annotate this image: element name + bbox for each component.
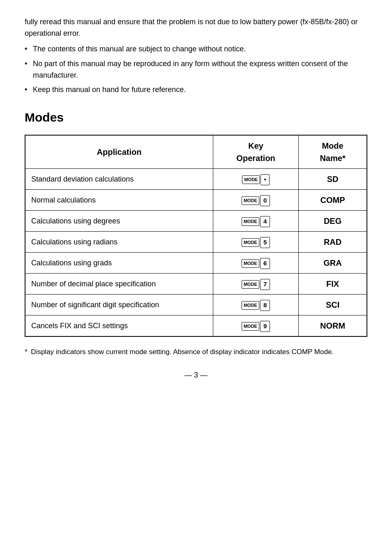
cell-application: Standard deviation calculations [25,169,213,190]
intro-paragraph: fully reread this manual and ensure that… [25,16,367,39]
number-key: 6 [260,258,270,269]
key-button-group: MODE6 [242,258,270,269]
cell-key-operation: MODE8 [213,295,299,315]
header-key-operation: KeyOperation [213,135,299,169]
cell-mode-name: GRA [299,253,367,274]
bullet-list: The contents of this manual are subject … [25,44,367,96]
cell-key-operation: MODE0 [213,190,299,211]
key-button-group: MODE7 [242,279,270,290]
number-key: 8 [260,300,270,311]
footnote: * Display indicators show current mode s… [25,347,367,357]
section-title: Modes [25,108,367,127]
key-button-group: MODE0 [242,195,270,206]
cell-application: Calculations using grads [25,253,213,274]
bullet-item-2: No part of this manual may be reproduced… [25,58,367,81]
cell-mode-name: NORM [299,315,367,337]
table-row: Calculations using radiansMODE5RAD [25,232,367,253]
number-key: 7 [260,279,270,290]
bullet-item-1: The contents of this manual are subject … [25,44,367,55]
cell-application: Calculations using degrees [25,211,213,232]
cell-mode-name: SD [299,169,367,190]
cell-application: Normal calculations [25,190,213,211]
table-row: Calculations using degreesMODE4DEG [25,211,367,232]
cell-key-operation: MODE6 [213,253,299,274]
cell-mode-name: DEG [299,211,367,232]
table-row: Number of significant digit specificatio… [25,295,367,315]
mode-key: MODE [242,217,259,226]
cell-mode-name: FIX [299,274,367,295]
cell-mode-name: RAD [299,232,367,253]
number-key: 5 [260,237,270,248]
cell-application: Calculations using radians [25,232,213,253]
cell-application: Cancels FIX and SCI settings [25,315,213,337]
modes-table: Application KeyOperation ModeName* Stand… [25,135,367,337]
cell-application: Number of decimal place specification [25,274,213,295]
footnote-text: Display indicators show current mode set… [31,348,334,356]
header-mode-name: ModeName* [299,135,367,169]
cell-key-operation: MODE7 [213,274,299,295]
mode-key: MODE [242,322,259,331]
mode-key: MODE [242,175,260,184]
table-row: Number of decimal place specificationMOD… [25,274,367,295]
cell-mode-name: SCI [299,295,367,315]
mode-key: MODE [242,301,259,310]
table-row: Calculations using gradsMODE6GRA [25,253,367,274]
key-button-group: MODE4 [242,216,270,227]
number-key: 4 [260,216,270,227]
key-button-group: MODE5 [242,237,270,248]
key-button-group: MODE9 [242,321,270,332]
mode-key: MODE [242,280,259,289]
mode-key: MODE [242,238,259,247]
number-key: • [261,174,269,185]
key-button-group: MODE• [242,174,269,185]
cell-mode-name: COMP [299,190,367,211]
header-application: Application [25,135,213,169]
cell-application: Number of significant digit specificatio… [25,295,213,315]
page-number: — 3 — [25,370,367,381]
mode-key: MODE [242,259,259,268]
cell-key-operation: MODE4 [213,211,299,232]
number-key: 0 [260,195,270,206]
table-row: Cancels FIX and SCI settingsMODE9NORM [25,315,367,337]
cell-key-operation: MODE5 [213,232,299,253]
number-key: 9 [260,321,270,332]
table-row: Standard deviation calculationsMODE•SD [25,169,367,190]
key-button-group: MODE8 [242,300,270,311]
cell-key-operation: MODE• [213,169,299,190]
cell-key-operation: MODE9 [213,315,299,337]
mode-key: MODE [242,196,259,205]
bullet-item-3: Keep this manual on hand for future refe… [25,84,367,96]
footnote-star: * [25,347,28,357]
table-row: Normal calculationsMODE0COMP [25,190,367,211]
